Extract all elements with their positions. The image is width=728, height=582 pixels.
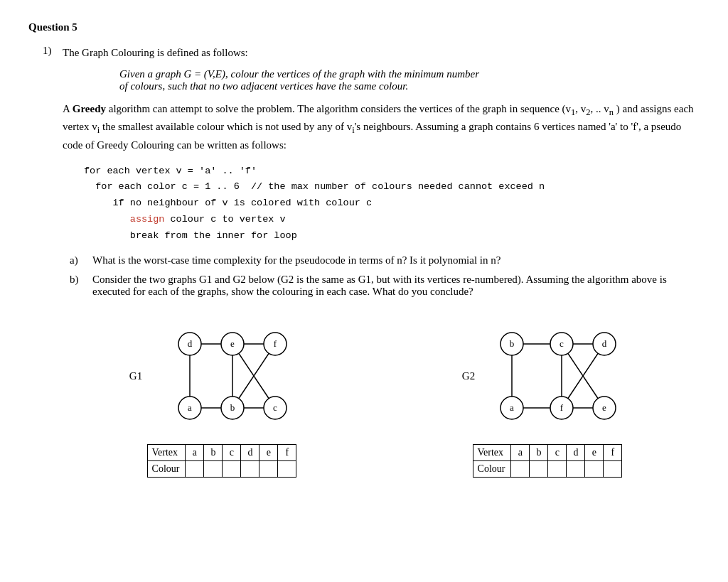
question-title: Question 5 — [28, 21, 700, 33]
g2-vertex-e: e — [585, 445, 604, 461]
g1-table: Vertex a b c d e f Colour — [147, 444, 297, 478]
g2-vertex-f: f — [604, 445, 622, 461]
g2-colour-f — [604, 461, 622, 478]
g1-table-container: Vertex a b c d e f Colour — [147, 444, 297, 478]
definition-block: Given a graph G = (V,E), colour the vert… — [119, 68, 700, 92]
g1-colour-row: Colour — [147, 461, 296, 478]
g1-colour-a — [186, 461, 204, 478]
svg-text:d: d — [188, 338, 193, 349]
g2-colour-c — [548, 461, 567, 478]
code-line-5: break from the inner for loop — [84, 228, 700, 244]
g1-vertex-label: Vertex — [147, 445, 186, 461]
g2-vertex-c: c — [548, 445, 567, 461]
g1-colour-c — [223, 461, 241, 478]
g1-vertex-a: a — [186, 445, 204, 461]
g2-colour-label: Colour — [473, 461, 511, 478]
g2-colour-e — [585, 461, 604, 478]
sub-item-a: a) What is the worst-case time complexit… — [70, 254, 700, 266]
g2-table-header-row: Vertex a b c d e f — [473, 445, 622, 461]
sub-label-a: a) — [70, 254, 87, 266]
g1-colour-e — [259, 461, 278, 478]
svg-text:a: a — [188, 402, 192, 413]
g1-colour-f — [278, 461, 296, 478]
sub-label-b: b) — [70, 274, 87, 298]
code-line-3: if no neighbour of v is colored with col… — [84, 195, 700, 212]
graph-g1-row: G1 — [129, 319, 314, 433]
graphs-section: G1 — [63, 319, 700, 478]
sub-text-b: Consider the two graphs G1 and G2 below … — [92, 274, 700, 298]
g1-vertex-b: b — [204, 445, 223, 461]
item-intro: The Graph Colouring is defined as follow… — [63, 45, 700, 61]
svg-text:c: c — [273, 402, 277, 413]
g1-label: G1 — [129, 370, 142, 382]
g2-vertex-b: b — [530, 445, 548, 461]
code-line-2: for each color c = 1 .. 6 // the max num… — [84, 179, 700, 195]
g2-svg: b c d a f — [483, 319, 633, 433]
g1-svg: d e f a b — [151, 319, 314, 433]
g1-colour-b — [204, 461, 223, 478]
g2-table: Vertex a b c d e f Colour — [473, 444, 623, 478]
svg-text:f: f — [560, 402, 564, 413]
g1-vertex-f: f — [278, 445, 296, 461]
g1-table-header-row: Vertex a b c d e f — [147, 445, 296, 461]
g1-colour-d — [241, 461, 259, 478]
greedy-paragraph: A Greedy algorithm can attempt to solve … — [63, 101, 700, 153]
g2-vertex-d: d — [567, 445, 585, 461]
svg-text:f: f — [274, 338, 277, 349]
definition-line2: of colours, such that no two adjacent ve… — [119, 80, 700, 92]
sub-item-b: b) Consider the two graphs G1 and G2 bel… — [70, 274, 700, 298]
svg-text:e: e — [602, 402, 606, 413]
g2-vertex-label: Vertex — [473, 445, 511, 461]
definition-line1: Given a graph G = (V,E), colour the vert… — [119, 68, 700, 80]
g2-label: G2 — [462, 370, 475, 382]
g1-vertex-d: d — [241, 445, 259, 461]
code-line-1: for each vertex v = 'a' .. 'f' — [84, 163, 700, 180]
g2-table-container: Vertex a b c d e f Colour — [473, 444, 623, 478]
g2-colour-d — [567, 461, 585, 478]
g1-vertex-c: c — [223, 445, 241, 461]
code-block: for each vertex v = 'a' .. 'f' for each … — [84, 163, 700, 245]
g2-vertex-a: a — [511, 445, 530, 461]
svg-text:b: b — [230, 402, 235, 413]
code-line-4: assign colour c to vertex v — [84, 212, 700, 228]
g1-colour-label: Colour — [147, 461, 186, 478]
item-number: 1) — [43, 45, 57, 478]
svg-text:c: c — [560, 338, 564, 349]
graph-g2-container: G2 — [462, 319, 633, 478]
svg-text:a: a — [510, 402, 514, 413]
svg-text:d: d — [602, 338, 607, 349]
g2-colour-a — [511, 461, 530, 478]
svg-text:b: b — [510, 338, 515, 349]
g1-vertex-e: e — [259, 445, 278, 461]
assign-keyword: assign — [130, 214, 165, 225]
g2-colour-row: Colour — [473, 461, 622, 478]
graph-g2-row: G2 — [462, 319, 633, 433]
g2-colour-b — [530, 461, 548, 478]
svg-text:e: e — [230, 338, 235, 349]
sub-text-a: What is the worst-case time complexity f… — [92, 254, 500, 266]
graph-g1-container: G1 — [129, 319, 314, 478]
